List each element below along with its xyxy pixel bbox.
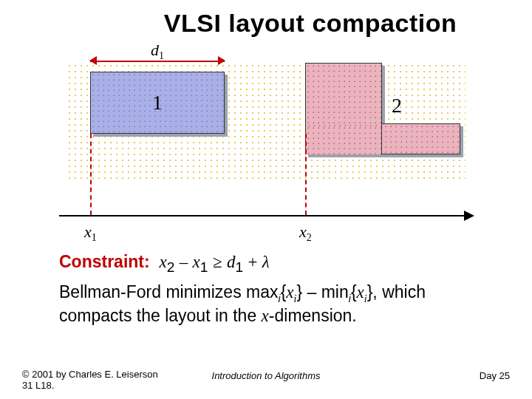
slide: VLSI layout compaction d1 1 2 x1 x2 Cons…: [0, 0, 532, 399]
d1-label: d1: [90, 41, 225, 62]
constraint-line: Constraint: x2 – x1 ≥ d1 + λ: [59, 252, 505, 276]
x1-axis-label: x1: [84, 222, 97, 244]
block-1: 1: [90, 72, 225, 134]
block-1-label: 1: [152, 91, 163, 115]
x1-dropline: [90, 134, 92, 215]
constraint-lead: Constraint:: [59, 252, 150, 271]
x2-axis-label: x2: [299, 222, 312, 244]
vlsi-figure: d1 1 2 x1 x2: [59, 47, 473, 246]
footer-center: Introduction to Algorithms: [22, 370, 510, 381]
slide-title: VLSI layout compaction: [115, 9, 505, 38]
block-2-label: 2: [392, 94, 402, 117]
footer-right: Day 25: [480, 370, 510, 381]
lecture-number: 31 L18.: [22, 380, 54, 391]
block-2-tower: [305, 63, 382, 154]
arrowhead-right-icon: [464, 211, 474, 221]
body-text: Bellman-Ford minimizes maxi{xi} – mini{x…: [59, 282, 480, 327]
x-axis: [59, 215, 473, 216]
d1-width-indicator: d1: [90, 54, 225, 69]
x2-dropline: [305, 134, 307, 215]
constraint-expression: x2 – x1 ≥ d1 + λ: [159, 252, 269, 271]
